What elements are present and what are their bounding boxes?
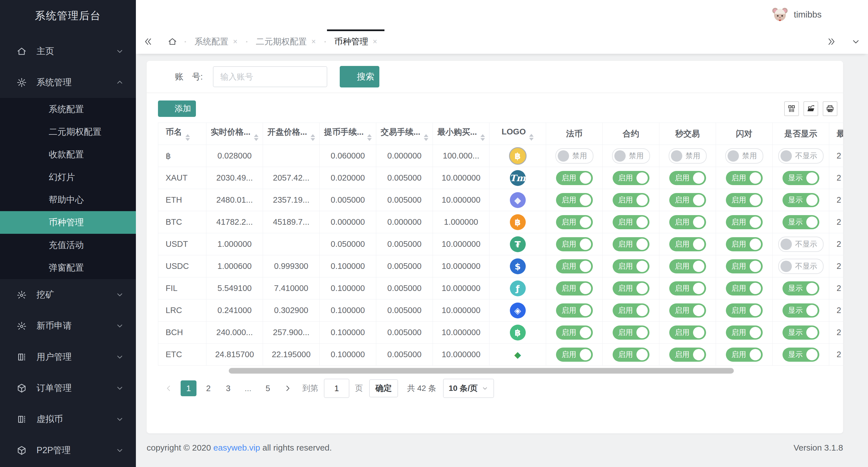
seconds-trade-toggle[interactable]: 启用 [669, 303, 706, 317]
fiat-toggle[interactable]: 启用 [556, 171, 593, 185]
confirm-button[interactable]: 确定 [369, 379, 398, 397]
seconds-trade-toggle[interactable]: 禁用 [669, 148, 707, 164]
seconds-trade-toggle[interactable]: 启用 [669, 193, 706, 207]
sidebar-subitem-0[interactable]: 系统配置 [0, 98, 136, 121]
seconds-trade-toggle[interactable]: 启用 [669, 259, 706, 273]
tabs-scroll-left-button[interactable] [136, 29, 160, 54]
column-header-6[interactable]: LOGO [490, 123, 546, 145]
flash-swap-toggle[interactable]: 启用 [726, 325, 763, 340]
tab-1[interactable]: 二元期权配置× [247, 29, 324, 54]
contract-toggle[interactable]: 启用 [613, 303, 649, 317]
column-header-2[interactable]: 开盘价格... [263, 123, 320, 145]
fiat-toggle[interactable]: 禁用 [555, 148, 593, 164]
kebab-menu-icon[interactable] [844, 9, 856, 20]
column-header-5[interactable]: 最小购买... [433, 123, 490, 145]
contract-toggle[interactable]: 禁用 [612, 148, 650, 164]
account-input[interactable] [213, 66, 327, 87]
contract-toggle[interactable]: 启用 [613, 237, 649, 251]
flash-swap-toggle[interactable]: 启用 [726, 259, 763, 273]
easyweb-link[interactable]: easyweb.vip [213, 443, 260, 452]
username[interactable]: timibbs [794, 10, 822, 20]
flash-swap-toggle[interactable]: 启用 [726, 193, 763, 207]
column-header-0[interactable]: 币名 [158, 123, 206, 145]
sidebar-subitem-5[interactable]: 币种管理 [0, 211, 136, 234]
fiat-toggle[interactable]: 启用 [556, 215, 593, 229]
contract-toggle[interactable]: 启用 [613, 259, 649, 273]
visible-toggle[interactable]: 显示 [782, 281, 819, 295]
tabs-scroll-right-button[interactable] [819, 29, 844, 54]
visible-toggle[interactable]: 显示 [782, 325, 819, 340]
visible-toggle[interactable]: 不显示 [778, 237, 824, 252]
seconds-trade-toggle[interactable]: 启用 [669, 348, 706, 362]
fiat-toggle[interactable]: 启用 [556, 281, 593, 295]
fullscreen-icon[interactable] [745, 9, 756, 20]
sidebar-item-5[interactable]: 订单管理 [0, 372, 136, 404]
sidebar-item-4[interactable]: 用户管理 [0, 341, 136, 372]
tab-close-icon[interactable]: × [373, 37, 377, 46]
seconds-trade-toggle[interactable]: 启用 [669, 281, 706, 295]
seconds-trade-toggle[interactable]: 启用 [669, 237, 706, 251]
visible-toggle[interactable]: 显示 [782, 171, 819, 185]
contract-toggle[interactable]: 启用 [613, 171, 649, 185]
columns-button[interactable] [784, 101, 799, 116]
sidebar-subitem-3[interactable]: 幻灯片 [0, 166, 136, 188]
visible-toggle[interactable]: 显示 [782, 215, 819, 229]
page-button-2[interactable]: 2 [200, 380, 216, 396]
page-size-select[interactable]: 10 条/页 [443, 379, 494, 398]
column-header-3[interactable]: 提币手续... [320, 123, 376, 145]
tab-home-button[interactable] [160, 29, 185, 54]
fiat-toggle[interactable]: 启用 [556, 237, 593, 251]
flash-swap-toggle[interactable]: 启用 [726, 303, 763, 317]
page-button-3[interactable]: 3 [220, 380, 236, 396]
contract-toggle[interactable]: 启用 [613, 325, 649, 340]
column-header-4[interactable]: 交易手续... [376, 123, 433, 145]
seconds-trade-toggle[interactable]: 启用 [669, 325, 706, 340]
visible-toggle[interactable]: 不显示 [778, 148, 824, 164]
tab-0[interactable]: 系统配置× [186, 29, 246, 54]
flash-swap-toggle[interactable]: 启用 [726, 171, 763, 185]
tab-2[interactable]: 币种管理× [326, 29, 386, 54]
flash-swap-toggle[interactable]: 启用 [726, 215, 763, 229]
contract-toggle[interactable]: 启用 [613, 193, 649, 207]
print-button[interactable] [823, 101, 837, 116]
next-page-button[interactable] [280, 380, 296, 396]
flash-swap-toggle[interactable]: 禁用 [725, 148, 763, 164]
column-header-1[interactable]: 实时价格... [206, 123, 263, 145]
tabs-more-button[interactable] [844, 29, 868, 54]
tab-close-icon[interactable]: × [233, 37, 238, 46]
sidebar-item-0[interactable]: 主页 [0, 36, 136, 67]
fiat-toggle[interactable]: 启用 [556, 259, 593, 273]
sidebar-subitem-2[interactable]: 收款配置 [0, 143, 136, 166]
sidebar-subitem-7[interactable]: 弹窗配置 [0, 256, 136, 279]
sidebar-item-3[interactable]: 新币申请 [0, 310, 136, 341]
sidebar-subitem-1[interactable]: 二元期权配置 [0, 121, 136, 143]
add-button[interactable]: 添加 [158, 100, 196, 117]
visible-toggle[interactable]: 显示 [782, 193, 819, 207]
sidebar-subitem-6[interactable]: 充值活动 [0, 234, 136, 256]
page-button-5[interactable]: 5 [260, 380, 276, 396]
search-button[interactable]: 搜索 [340, 66, 379, 88]
sidebar-item-6[interactable]: 虚拟币 [0, 404, 136, 435]
seconds-trade-toggle[interactable]: 启用 [669, 215, 706, 229]
visible-toggle[interactable]: 显示 [782, 348, 819, 362]
sidebar-item-2[interactable]: 挖矿 [0, 279, 136, 310]
flash-swap-toggle[interactable]: 启用 [726, 281, 763, 295]
sidebar-subitem-4[interactable]: 帮助中心 [0, 188, 136, 211]
avatar[interactable] [771, 6, 789, 24]
contract-toggle[interactable]: 启用 [613, 215, 649, 229]
contract-toggle[interactable]: 启用 [613, 348, 649, 362]
seconds-trade-toggle[interactable]: 启用 [669, 171, 706, 185]
flash-swap-toggle[interactable]: 启用 [726, 237, 763, 251]
goto-page-input[interactable] [324, 379, 349, 398]
visible-toggle[interactable]: 不显示 [778, 259, 824, 274]
flash-swap-toggle[interactable]: 启用 [726, 348, 763, 362]
fiat-toggle[interactable]: 启用 [556, 348, 593, 362]
collapse-menu-icon[interactable] [147, 9, 159, 20]
sidebar-item-7[interactable]: P2P管理 [0, 435, 136, 466]
page-button-1[interactable]: 1 [181, 380, 196, 396]
contract-toggle[interactable]: 启用 [613, 281, 649, 295]
fiat-toggle[interactable]: 启用 [556, 193, 593, 207]
fiat-toggle[interactable]: 启用 [556, 325, 593, 340]
export-button[interactable] [803, 101, 818, 116]
tab-close-icon[interactable]: × [311, 37, 316, 46]
